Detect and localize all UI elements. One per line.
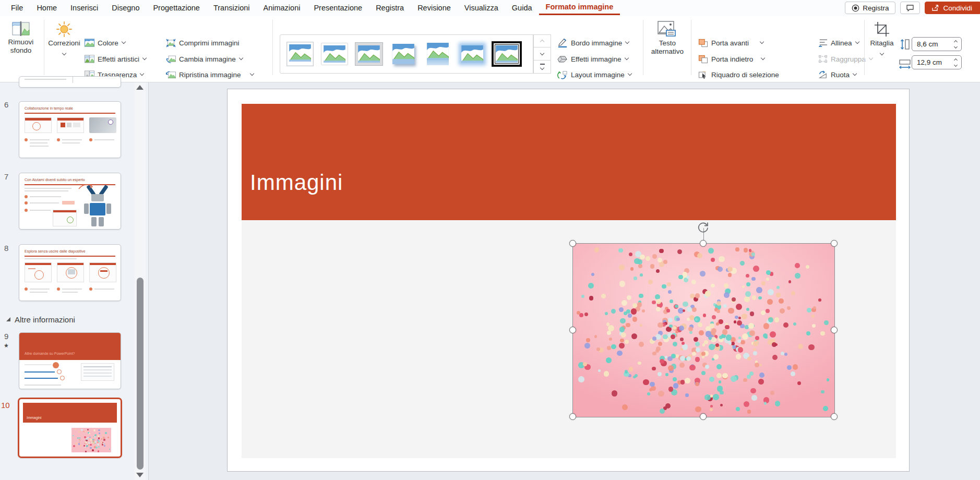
remove-background-label-2: sfondo — [3, 46, 39, 55]
reset-picture-button[interactable]: Ripristina immagine — [166, 68, 254, 81]
slide-10-confetti-mini-image — [71, 428, 111, 452]
rotate-button[interactable]: Ruota — [818, 68, 856, 81]
alt-text-button[interactable]: Testo alternativo — [647, 19, 688, 73]
chevron-down-icon — [142, 56, 147, 60]
picture-effects-button[interactable]: Effetti immagine — [557, 53, 628, 65]
gallery-more-button[interactable] — [533, 61, 551, 74]
group-label: Raggruppa — [831, 55, 866, 63]
artistic-effects-button[interactable]: Effetti artistici — [85, 53, 146, 65]
picture-style-preview — [392, 44, 414, 64]
menu-tab-presentazione[interactable]: Presentazione — [307, 1, 369, 15]
width-spinner[interactable] — [950, 56, 961, 69]
menu-tab-animazioni[interactable]: Animazioni — [257, 1, 307, 15]
bring-forward-button[interactable]: Porta avanti — [698, 37, 763, 49]
chevron-down-icon — [249, 71, 254, 76]
height-value: 8,6 cm — [917, 40, 938, 48]
picture-style-option-2[interactable] — [319, 39, 349, 69]
menu-tab-registra[interactable]: Registra — [369, 1, 411, 15]
slide-9-number: 9 — [4, 332, 18, 341]
menu-tab-inserisci[interactable]: Inserisci — [64, 1, 105, 15]
chevron-down-icon — [122, 40, 126, 44]
record-button-label: Registra — [863, 4, 889, 12]
slide-8-number: 8 — [4, 244, 18, 253]
menu-tab-guida[interactable]: Guida — [505, 1, 539, 15]
picture-style-option-6[interactable] — [457, 39, 487, 69]
resize-handle-w[interactable] — [569, 327, 576, 333]
slide-8-thumbnail[interactable]: Esplora senza uscire dalle diapositive — [19, 244, 121, 301]
resize-handle-n[interactable] — [700, 240, 707, 247]
gallery-scroll-up-button[interactable] — [533, 34, 551, 47]
menu-tab-file[interactable]: File — [4, 1, 30, 15]
picture-style-option-1[interactable] — [285, 39, 315, 69]
compress-pictures-label: Comprimi immagini — [179, 39, 240, 47]
share-button[interactable]: Condividi — [925, 2, 980, 14]
color-button[interactable]: Colore — [85, 37, 125, 49]
resize-handle-sw[interactable] — [569, 413, 576, 420]
section-header-altre-informazioni[interactable]: Altre informazioni — [6, 315, 75, 324]
resize-handle-e[interactable] — [831, 327, 838, 333]
picture-style-option-5[interactable] — [423, 39, 452, 69]
resize-handle-ne[interactable] — [831, 240, 838, 247]
slide-10-thumbnail-selected[interactable]: Immagini — [18, 398, 122, 458]
menu-tab-transizioni[interactable]: Transizioni — [207, 1, 257, 15]
width-input[interactable]: 12,9 cm — [912, 55, 962, 69]
alt-text-label-1: Testo — [647, 39, 688, 47]
picture-layout-button[interactable]: Layout immagine — [557, 68, 631, 81]
panel-scrollbar-thumb[interactable] — [137, 278, 144, 470]
align-icon — [818, 39, 828, 47]
reset-picture-label: Ripristina immagine — [179, 71, 241, 79]
picture-effects-label: Effetti immagine — [571, 55, 622, 63]
crop-button[interactable]: Ritaglia — [867, 19, 897, 73]
slide-5-thumbnail-partial[interactable] — [19, 76, 121, 88]
scroll-up-arrow[interactable] — [136, 85, 144, 90]
slide-7-thumbnail[interactable]: Con Aiutami diventi subito un esperto — [19, 173, 121, 230]
chevron-down-icon — [760, 40, 764, 44]
menu-tab-revisione[interactable]: Revisione — [411, 1, 458, 15]
menu-tab-visualizza[interactable]: Visualizza — [458, 1, 505, 15]
selected-picture[interactable] — [573, 244, 834, 417]
comments-button[interactable] — [900, 2, 920, 14]
remove-background-button[interactable]: Rimuovi sfondo — [3, 19, 39, 73]
picture-style-option-4[interactable] — [388, 39, 418, 69]
resize-handle-se[interactable] — [831, 413, 838, 420]
powerpoint-window: FileHomeInserisciDisegnoProgettazioneTra… — [0, 0, 980, 480]
menu-tabs: FileHomeInserisciDisegnoProgettazioneTra… — [4, 0, 620, 16]
resize-handle-s[interactable] — [700, 413, 707, 420]
slide-9-title: Altre domande su PowerPoint? — [25, 352, 75, 355]
slide-9-thumbnail[interactable]: Altre domande su PowerPoint? — [19, 332, 121, 389]
slide-6-thumbnail[interactable]: Collaborazione in tempo reale — [19, 101, 121, 158]
record-button[interactable]: Registra — [845, 2, 895, 14]
menu-tab-home[interactable]: Home — [30, 1, 64, 15]
align-button[interactable]: Allinea — [818, 37, 859, 49]
comment-icon — [906, 4, 914, 12]
send-backward-button[interactable]: Porta indietro — [698, 53, 764, 65]
record-icon — [852, 4, 859, 12]
change-picture-button[interactable]: Cambia immagine — [166, 53, 243, 65]
scroll-down-arrow[interactable] — [136, 473, 144, 477]
chevron-down-icon — [628, 71, 632, 76]
alt-text-icon — [658, 21, 677, 38]
height-spinner[interactable] — [950, 38, 961, 51]
panel-scrollbar[interactable] — [135, 82, 146, 480]
menu-tab-formato-immagine[interactable]: Formato immagine — [539, 1, 620, 15]
menu-tab-progettazione[interactable]: Progettazione — [146, 1, 206, 15]
slide-page[interactable]: Immagini — [227, 89, 910, 472]
resize-handle-nw[interactable] — [569, 240, 576, 247]
group-separator — [44, 20, 44, 75]
picture-style-option-3[interactable] — [354, 39, 384, 69]
picture-style-option-7[interactable] — [492, 39, 521, 69]
compress-pictures-button[interactable]: Comprimi immagini — [166, 37, 240, 49]
slide-title-text[interactable]: Immagini — [250, 170, 343, 195]
menu-tab-disegno[interactable]: Disegno — [105, 1, 146, 15]
rotate-handle[interactable] — [696, 221, 710, 235]
selection-pane-button[interactable]: Riquadro di selezione — [698, 68, 779, 81]
chevron-down-icon — [853, 71, 857, 76]
gallery-scroll-down-button[interactable] — [533, 47, 551, 61]
chevron-down-icon — [140, 71, 144, 76]
width-value: 12,9 cm — [917, 58, 942, 66]
picture-border-button[interactable]: Bordo immagine — [557, 37, 629, 49]
chevron-down-icon — [880, 51, 884, 55]
corrections-button[interactable]: Correzioni — [46, 19, 82, 73]
share-button-label: Condividi — [943, 4, 972, 12]
height-input[interactable]: 8,6 cm — [912, 37, 962, 51]
